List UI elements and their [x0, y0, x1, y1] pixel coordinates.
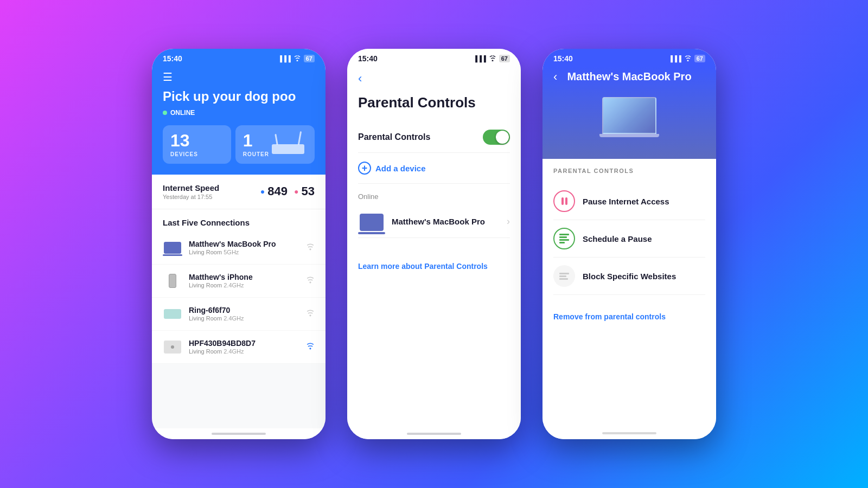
pause-icon-wrap [553, 190, 575, 212]
phone-icon [169, 274, 176, 288]
signal-icon-2: ▐▐▐ [473, 55, 486, 62]
schedule-bar-3 [559, 239, 569, 241]
parental-controls-row: Parental Controls [358, 122, 510, 153]
status-bar-1: 15:40 ▐▐▐ 67 [152, 49, 326, 66]
home-bar-3b [602, 432, 656, 434]
devices-stat[interactable]: 13 DEVICES [163, 125, 231, 164]
toggle-thumb [496, 131, 509, 144]
speed-section: Internet Speed Yesterday at 17:55 ● 849 … [152, 175, 326, 209]
page-title-2: Parental Controls [358, 94, 510, 111]
speed-title: Internet Speed [163, 183, 219, 192]
wifi-status-macbook [306, 243, 315, 253]
iphone-icon-wrap [163, 271, 182, 291]
device-loc-macbook: Living Room 5GHz [189, 249, 299, 255]
online-section-label: Online [358, 192, 510, 201]
device-loc-hp: Living Room 2.4GHz [189, 348, 299, 355]
speed-values: ● 849 ● 53 [260, 184, 315, 198]
device-row-macbook[interactable]: Matthew's MacBook Pro Living Room 5GHz [152, 232, 326, 265]
add-device-button[interactable]: + Add a device [358, 153, 510, 184]
status-icons-3: ▐▐▐ 67 [668, 55, 705, 62]
parental-toggle[interactable] [483, 130, 510, 145]
hp-device-icon [164, 341, 181, 354]
download-num: 849 [267, 184, 288, 198]
back-arrow-3[interactable]: ‹ [553, 70, 557, 84]
home-indicator-3 [542, 427, 716, 439]
hamburger-menu[interactable]: ☰ [163, 70, 315, 84]
online-label: ONLINE [170, 109, 195, 117]
status-icons-2: ▐▐▐ 67 [473, 55, 510, 62]
schedule-pause-item[interactable]: Schedule a Pause [553, 220, 705, 258]
freq-hp: 2.4GHz [224, 348, 244, 355]
chevron-icon-2: › [507, 216, 510, 227]
pause-internet-item[interactable]: Pause Internet Access [553, 183, 705, 220]
online-device-item[interactable]: Matthew's MacBook Pro › [358, 205, 510, 238]
macbook-icon-wrap [163, 238, 182, 258]
add-device-label: Add a device [375, 164, 426, 173]
laptop-icon-1 [164, 242, 181, 254]
wifi-icon-2 [488, 55, 497, 62]
content-section-1: Internet Speed Yesterday at 17:55 ● 849 … [152, 175, 326, 428]
block-line-1 [559, 273, 569, 274]
screen-gradient [603, 98, 655, 133]
generic-dot [171, 345, 174, 349]
online-device-name: Matthew's MacBook Pro [392, 217, 500, 226]
wifi-status-iphone [306, 276, 315, 286]
freq-macbook: 5GHz [224, 249, 239, 255]
status-bar-3: 15:40 ▐▐▐ 67 [542, 49, 716, 66]
schedule-bar-2 [559, 236, 567, 238]
status-icons-1: ▐▐▐ 67 [278, 55, 315, 62]
block-line-3 [559, 278, 568, 280]
pause-bar-1 [561, 197, 564, 205]
stats-row: 13 DEVICES 1 ROUTER [163, 125, 315, 164]
schedule-bar-4 [559, 242, 565, 243]
laptop-wrap [599, 97, 659, 137]
laptop-base-2 [358, 232, 385, 234]
router-stat[interactable]: 1 ROUTER [235, 125, 315, 164]
freq-iphone: 2.4GHz [224, 282, 244, 288]
wifi-status-hp [306, 342, 315, 352]
schedule-pause-label: Schedule a Pause [583, 234, 652, 243]
device-header-3: ‹ Matthew's MacBook Pro [542, 66, 716, 159]
add-circle-icon: + [358, 162, 371, 175]
learn-link[interactable]: Learn more about Parental Controls [358, 262, 510, 271]
device-info-hp: HPF430B94BD8D7 Living Room 2.4GHz [189, 339, 299, 355]
pause-icon [560, 197, 568, 206]
device-row-ring[interactable]: Ring-6f6f70 Living Room 2.4GHz [152, 298, 326, 331]
device-name-hp: HPF430B94BD8D7 [189, 339, 299, 348]
block-websites-item[interactable]: Block Specific Websites [553, 258, 705, 295]
upload-speed: ● 53 [294, 184, 315, 198]
pause-bar-2 [565, 197, 567, 205]
block-icon-wrap [553, 265, 575, 287]
laptop-base-1 [163, 254, 182, 256]
phone-3: 15:40 ▐▐▐ 67 ‹ Matthew's MacBook Pro [542, 49, 716, 439]
ring-icon-wrap [163, 304, 182, 324]
home-indicator-1 [152, 428, 326, 439]
router-icon [269, 132, 307, 157]
remove-link[interactable]: Remove from parental controls [553, 312, 705, 321]
ring-device-icon [164, 309, 181, 319]
router-count: 1 [243, 132, 269, 149]
laptop-base-3 [599, 134, 659, 137]
device-title-row: ‹ Matthew's MacBook Pro [553, 70, 705, 83]
online-dot [163, 111, 167, 115]
device-info-ring: Ring-6f6f70 Living Room 2.4GHz [189, 306, 299, 322]
device-title-3: Matthew's MacBook Pro [553, 70, 705, 83]
freq-ring: 2.4GHz [224, 315, 244, 322]
back-arrow-2[interactable]: ‹ [358, 72, 510, 86]
laptop-icon-2 [360, 214, 384, 231]
devices-count: 13 [170, 132, 224, 149]
speed-subtitle: Yesterday at 17:55 [163, 194, 219, 200]
status-bar-2: 15:40 ▐▐▐ 67 [347, 49, 521, 66]
battery-3: 67 [694, 55, 705, 62]
device-row-hp[interactable]: HPF430B94BD8D7 Living Room 2.4GHz [152, 331, 326, 364]
signal-icon-1: ▐▐▐ [278, 55, 290, 62]
device-loc-iphone: Living Room 2.4GHz [189, 282, 299, 288]
wifi-icon-1 [293, 55, 302, 62]
device-row-iphone[interactable]: Matthew's iPhone Living Room 2.4GHz [152, 265, 326, 298]
phone-2: 15:40 ▐▐▐ 67 ‹ Parental Controls Parenta… [347, 49, 521, 439]
device-info-macbook: Matthew's MacBook Pro Living Room 5GHz [189, 240, 299, 255]
phone-2-content: ‹ Parental Controls Parental Controls + … [347, 66, 521, 428]
time-1: 15:40 [163, 54, 182, 63]
home-bar-1 [212, 433, 266, 435]
upload-num: 53 [302, 184, 315, 198]
